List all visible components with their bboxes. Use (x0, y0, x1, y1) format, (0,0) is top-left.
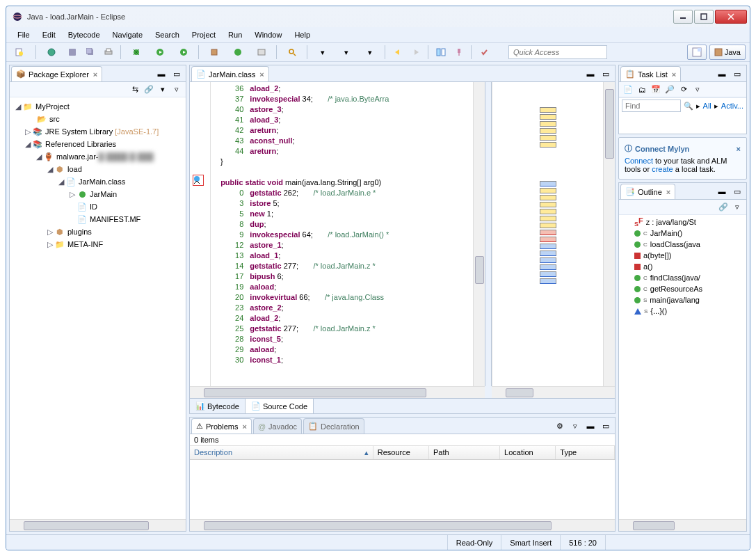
outline-item[interactable]: S{...}() (620, 305, 745, 317)
open-type-button[interactable] (251, 45, 272, 60)
new-package-button[interactable] (204, 45, 225, 60)
connect-link[interactable]: Connect (625, 157, 653, 165)
outline-item[interactable]: CfindClass(java/ (620, 272, 745, 283)
tree-jarmain-class[interactable]: ◢📄JarMain.class (11, 175, 184, 188)
outline-item[interactable]: a() (620, 261, 745, 272)
maximize-view-button[interactable]: ▭ (730, 184, 745, 199)
java-perspective-button[interactable]: Java (709, 45, 746, 60)
close-icon[interactable]: × (259, 70, 264, 79)
outline-item[interactable]: CgetResourceAs (620, 283, 745, 294)
col-description[interactable]: Description ▴ (190, 446, 373, 459)
menu-run[interactable]: Run (223, 29, 248, 40)
cfg-view[interactable] (492, 82, 603, 386)
source-code-tab[interactable]: 📄Source Code (246, 399, 314, 413)
new-task-button[interactable]: 📄 (622, 84, 634, 96)
close-icon[interactable]: × (93, 70, 97, 79)
all-link[interactable]: All (703, 102, 711, 110)
menu-bytecode[interactable]: Bytecode (63, 29, 106, 40)
col-path[interactable]: Path (429, 446, 500, 459)
cfg-v-scrollbar[interactable] (603, 82, 615, 386)
debug-button[interactable] (126, 45, 147, 60)
menu-project[interactable]: Project (186, 29, 221, 40)
titlebar[interactable]: Java - load.JarMain - Eclipse (6, 6, 750, 27)
view-menu-button[interactable]: ▿ (731, 201, 743, 214)
tree-ref-libs[interactable]: ◢📚Referenced Libraries (11, 138, 184, 150)
search-button[interactable] (282, 45, 303, 60)
sort-button[interactable]: 🔗 (717, 201, 730, 214)
forward-button[interactable] (408, 45, 424, 60)
menu-file[interactable]: File (12, 29, 35, 40)
back-button[interactable] (390, 45, 405, 60)
link-editor-button[interactable]: 🔗 (143, 84, 155, 96)
save-button[interactable] (65, 45, 80, 60)
minimize-view-button[interactable]: ▬ (583, 66, 598, 81)
tree-plugins[interactable]: ▷⬢plugins (11, 225, 184, 238)
outline-item[interactable]: CloadClass(java (620, 239, 745, 250)
menu-edit[interactable]: Edit (37, 29, 61, 40)
toggle-mark-button[interactable] (476, 45, 492, 60)
collapse-all-button[interactable]: ⇆ (129, 84, 141, 96)
annotation-nav-button[interactable]: ▾ (336, 45, 357, 60)
cfg-h-scrollbar[interactable] (492, 386, 615, 398)
activate-link[interactable]: Activ... (721, 102, 743, 110)
outline-item[interactable]: a(byte[]) (620, 250, 745, 261)
outline-item[interactable]: SFz : java/lang/St (620, 216, 745, 228)
bytecode-tab[interactable]: 📊Bytecode (190, 399, 246, 413)
maximize-view-button[interactable]: ▭ (598, 66, 613, 81)
search-icon[interactable]: 🔍 (684, 102, 693, 111)
problems-h-scrollbar[interactable] (190, 519, 615, 531)
package-explorer-tab[interactable]: 📦 Package Explorer × (11, 66, 102, 81)
declaration-tab[interactable]: 📋 Declaration (303, 418, 364, 434)
minimize-view-button[interactable]: ▬ (583, 418, 598, 434)
find-input[interactable] (622, 100, 681, 112)
editor-gutter[interactable] (190, 82, 211, 386)
editor-tab[interactable]: 📄 JarMain.class × (191, 66, 269, 81)
outline-item[interactable]: CJarMain() (620, 228, 745, 239)
col-type[interactable]: Type (556, 446, 615, 459)
save-all-button[interactable] (83, 45, 98, 60)
maximize-view-button[interactable]: ▭ (169, 66, 184, 81)
scheduled-button[interactable]: 📅 (650, 84, 662, 96)
maximize-view-button[interactable]: ▭ (598, 418, 613, 434)
maximize-view-button[interactable]: ▭ (730, 66, 745, 81)
tree-jarmain-type[interactable]: ▷JarMain (11, 188, 184, 200)
synchronize-button[interactable]: ⟳ (677, 84, 690, 96)
tree-metainf[interactable]: ▷📁META-INF (11, 238, 184, 251)
run-last-button[interactable] (173, 45, 194, 60)
close-icon[interactable]: × (737, 145, 741, 153)
run-button[interactable] (150, 45, 170, 60)
hide-button[interactable]: ▿ (691, 84, 704, 96)
outline-item[interactable]: Smain(java/lang (620, 294, 745, 305)
pin-button[interactable] (451, 45, 467, 60)
h-scrollbar[interactable] (10, 519, 186, 531)
quick-access-input[interactable] (508, 45, 607, 59)
tree-jre[interactable]: ▷📚JRE System Library [JavaSE-1.7] (11, 125, 184, 138)
menu-window[interactable]: Window (249, 29, 287, 40)
tree-manifest[interactable]: 📄MANIFEST.MF (11, 213, 184, 225)
tree-src[interactable]: 📂src (11, 113, 184, 125)
problems-tab[interactable]: ⚠Problems× (191, 418, 252, 434)
code-h-scrollbar[interactable] (190, 386, 485, 398)
task-list-tab[interactable]: 📋Task List× (620, 66, 681, 81)
tree-id[interactable]: 📄ID (11, 200, 184, 213)
tree-load-pkg[interactable]: ◢⬢load (11, 163, 184, 175)
print-button[interactable] (101, 45, 116, 60)
col-location[interactable]: Location (500, 446, 556, 459)
package-explorer-tree[interactable]: ◢📁MyProject 📂src ▷📚JRE System Library [J… (10, 97, 186, 519)
problems-table[interactable]: Description ▴ Resource Path Location Typ… (190, 445, 615, 519)
create-link[interactable]: create (652, 165, 673, 173)
col-resource[interactable]: Resource (373, 446, 429, 459)
tree-jar[interactable]: ◢🏺malware.jar - █ ████ █ ███ (11, 150, 184, 163)
outline-tab[interactable]: 📑Outline× (620, 184, 675, 199)
close-icon[interactable]: × (242, 422, 246, 431)
focus-button[interactable]: 🔎 (663, 84, 676, 96)
focus-task-button[interactable]: ▾ (156, 84, 169, 96)
breakpoint-marker[interactable] (193, 175, 204, 186)
close-icon[interactable]: × (672, 70, 676, 79)
global-button[interactable] (41, 45, 62, 60)
minimize-view-button[interactable]: ▬ (714, 184, 730, 199)
minimize-view-button[interactable]: ▬ (154, 66, 169, 81)
minimize-view-button[interactable]: ▬ (714, 66, 730, 81)
split-handle[interactable] (485, 82, 492, 386)
close-button[interactable] (715, 10, 747, 24)
